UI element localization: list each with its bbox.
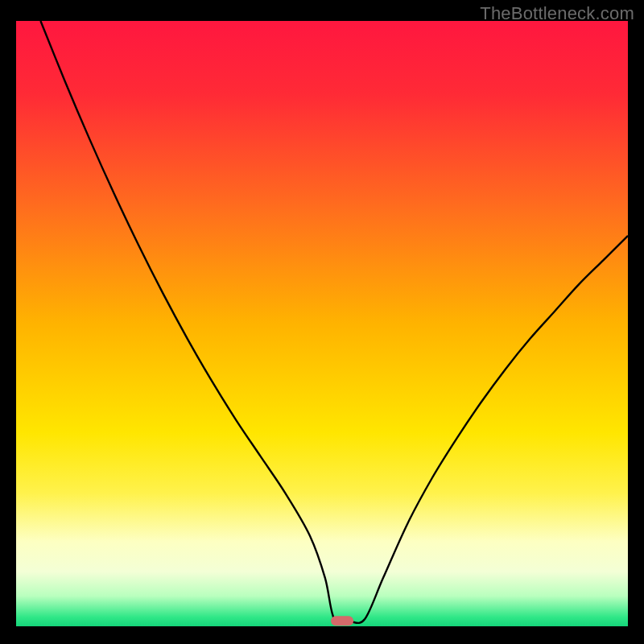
plot-background: [16, 21, 628, 626]
bottleneck-chart: [0, 0, 644, 644]
chart-frame: TheBottleneck.com: [0, 0, 644, 644]
attribution-label: TheBottleneck.com: [480, 3, 634, 24]
optimal-marker: [331, 616, 353, 625]
